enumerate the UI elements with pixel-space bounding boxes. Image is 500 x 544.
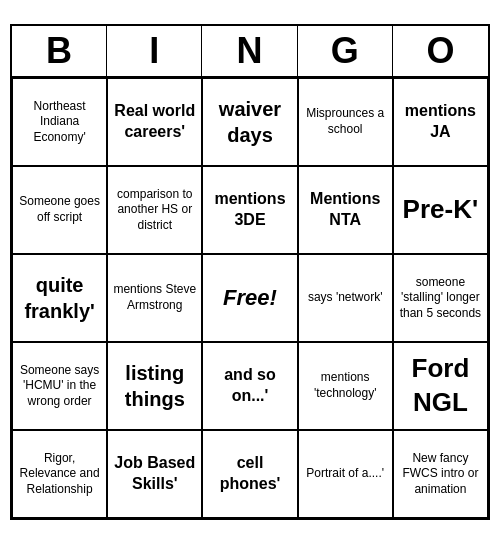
header-letter: N <box>202 26 297 76</box>
bingo-cell: waiver days <box>202 78 297 166</box>
bingo-cell: mentions 3DE <box>202 166 297 254</box>
bingo-cell: quite frankly' <box>12 254 107 342</box>
bingo-cell: Pre-K' <box>393 166 488 254</box>
bingo-cell: Free! <box>202 254 297 342</box>
header-letter: B <box>12 26 107 76</box>
bingo-cell: Portrait of a....' <box>298 430 393 518</box>
bingo-cell: Someone says 'HCMU' in the wrong order <box>12 342 107 430</box>
bingo-cell: Someone goes off script <box>12 166 107 254</box>
bingo-cell: Rigor, Relevance and Relationship <box>12 430 107 518</box>
bingo-cell: Job Based Skills' <box>107 430 202 518</box>
bingo-header: BINGO <box>12 26 488 78</box>
bingo-cell: Real world careers' <box>107 78 202 166</box>
bingo-cell: someone 'stalling' longer than 5 seconds <box>393 254 488 342</box>
bingo-cell: New fancy FWCS intro or animation <box>393 430 488 518</box>
bingo-cell: and so on...' <box>202 342 297 430</box>
bingo-cell: mentions Steve Armstrong <box>107 254 202 342</box>
bingo-cell: cell phones' <box>202 430 297 518</box>
header-letter: G <box>298 26 393 76</box>
bingo-cell: listing things <box>107 342 202 430</box>
bingo-cell: Northeast Indiana Economy' <box>12 78 107 166</box>
bingo-cell: Mentions NTA <box>298 166 393 254</box>
bingo-cell: Misprounces a school <box>298 78 393 166</box>
header-letter: O <box>393 26 488 76</box>
bingo-cell: says 'network' <box>298 254 393 342</box>
header-letter: I <box>107 26 202 76</box>
bingo-cell: mentions 'technology' <box>298 342 393 430</box>
bingo-cell: mentions JA <box>393 78 488 166</box>
bingo-cell: Ford NGL <box>393 342 488 430</box>
bingo-card: BINGO Northeast Indiana Economy'Real wor… <box>10 24 490 520</box>
bingo-grid: Northeast Indiana Economy'Real world car… <box>12 78 488 518</box>
bingo-cell: comparison to another HS or district <box>107 166 202 254</box>
